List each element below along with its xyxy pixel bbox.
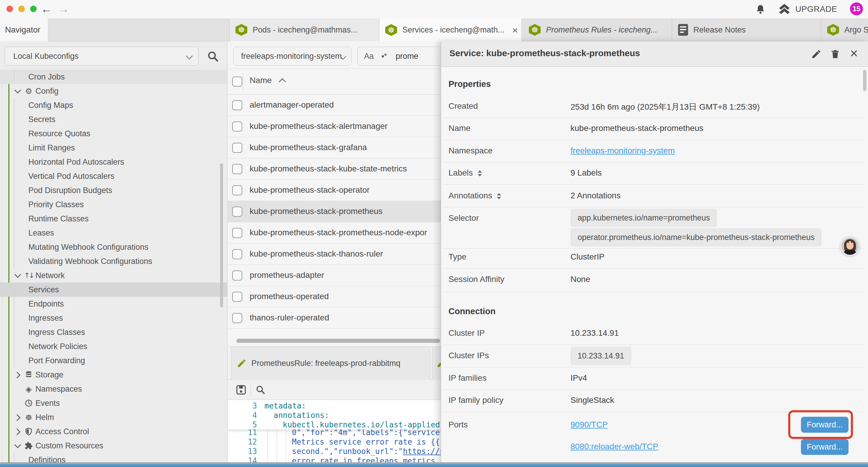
forward-button-8080[interactable]: Forward...: [801, 439, 848, 455]
kubeconfig-selector[interactable]: Local Kubeconfigs: [5, 47, 198, 66]
save-icon[interactable]: [236, 384, 247, 396]
row-checkbox[interactable]: [232, 292, 242, 302]
tab-release-notes[interactable]: Release Notes: [672, 18, 821, 41]
sidebar-item-vertical-pod-autoscalers[interactable]: Vertical Pod Autoscalers: [0, 169, 227, 183]
row-checkbox[interactable]: [232, 121, 242, 132]
row-checkbox[interactable]: [232, 228, 242, 238]
expander-icon[interactable]: [478, 170, 482, 176]
sidebar-item-ingress-classes[interactable]: Ingress Classes: [0, 325, 227, 339]
clock-icon: [24, 398, 34, 408]
sidebar-item-namespaces[interactable]: ◈Namespaces: [0, 382, 227, 396]
user-avatar[interactable]: [840, 237, 860, 256]
sidebar-item-resource-quotas[interactable]: Resource Quotas: [0, 126, 227, 141]
sidebar-item-port-forwarding[interactable]: Port Forwarding: [0, 353, 227, 368]
table-row-prometheus-operated[interactable]: prometheus-operated: [228, 286, 441, 308]
traffic-light-close[interactable]: [6, 6, 13, 12]
sidebar-item-priority-classes[interactable]: Priority Classes: [0, 198, 227, 212]
edit-pencil-icon[interactable]: [811, 49, 822, 59]
chevron-right-icon[interactable]: [14, 372, 21, 379]
editor-search-icon[interactable]: [255, 384, 266, 395]
chevron-right-icon[interactable]: [14, 429, 21, 435]
table-row-kube-prometheus-stack-kube-state-metrics[interactable]: kube-prometheus-stack-kube-state-metrics: [228, 158, 441, 180]
sidebar-item-leases[interactable]: Leases: [0, 226, 227, 240]
drawer-scrollbar[interactable]: [863, 70, 867, 91]
sidebar-item-endpoints[interactable]: Endpoints: [0, 297, 227, 311]
navigator-panel-tab[interactable]: Navigator: [0, 18, 48, 41]
tab-pods[interactable]: ☸ Pods - icecheng@mathmas...: [229, 18, 379, 41]
sidebar-item-custom-resources[interactable]: Custom Resources: [0, 439, 227, 453]
table-row-kube-prometheus-stack-prometheus[interactable]: kube-prometheus-stack-prometheus: [228, 201, 441, 222]
match-case-toggle[interactable]: Aa: [364, 52, 374, 61]
tab-prometheus-rules[interactable]: ☸ Prometheus Rules - icecheng...: [523, 18, 672, 41]
notifications-bell-icon[interactable]: [755, 4, 766, 15]
table-row-kube-prometheus-stack-prometheus-node-expor[interactable]: kube-prometheus-stack-prometheus-node-ex…: [228, 222, 441, 243]
annotations-label: Annotations: [448, 191, 501, 200]
row-checkbox[interactable]: [232, 313, 242, 323]
sidebar-item-runtime-classes[interactable]: Runtime Classes: [0, 212, 227, 226]
table-horizontal-scrollbar[interactable]: [236, 339, 440, 343]
table-row-thanos-ruler-operated[interactable]: thanos-ruler-operated: [228, 308, 441, 329]
row-checkbox[interactable]: [232, 164, 242, 174]
row-checkbox[interactable]: [232, 185, 242, 195]
sidebar-item-network-policies[interactable]: Network Policies: [0, 339, 227, 353]
sidebar-item-network[interactable]: ↑↓Network: [0, 268, 227, 283]
row-checkbox[interactable]: [232, 207, 242, 217]
sidebar-item-ingresses[interactable]: Ingresses: [0, 311, 227, 325]
expander-icon[interactable]: [497, 193, 501, 199]
row-checkbox[interactable]: [232, 143, 242, 153]
sidebar-search-icon[interactable]: [207, 50, 219, 63]
row-checkbox[interactable]: [232, 249, 242, 259]
tab-argo[interactable]: ☸ Argo Se: [821, 18, 868, 41]
close-icon[interactable]: ×: [850, 45, 858, 61]
namespace-link[interactable]: freeleaps-monitoring-system: [570, 146, 675, 155]
row-checkbox[interactable]: [232, 100, 242, 110]
sidebar-item-limit-ranges[interactable]: Limit Ranges: [0, 141, 227, 155]
table-row-prometheus-adapter[interactable]: prometheus-adapter: [228, 265, 441, 286]
sidebar-item-access-control[interactable]: Access Control: [0, 425, 227, 439]
upgrade-button[interactable]: UPGRADE: [778, 0, 837, 18]
sidebar-item-storage[interactable]: Storage: [0, 368, 227, 382]
table-row-kube-prometheus-stack-alertmanager[interactable]: kube-prometheus-stack-alertmanager: [228, 116, 441, 137]
sidebar-item-validating-webhook-configurations[interactable]: Validating Webhook Configurations: [0, 254, 227, 268]
editor-tab-next[interactable]: [432, 347, 441, 380]
sort-ascending-icon[interactable]: [279, 78, 286, 85]
forward-button-9090[interactable]: Forward...: [801, 417, 848, 433]
table-row-alertmanager-operated[interactable]: alertmanager-operated: [228, 95, 441, 116]
regex-toggle[interactable]: ▪*: [381, 52, 387, 61]
row-checkbox[interactable]: [232, 270, 242, 281]
table-row-kube-prometheus-stack-thanos-ruler[interactable]: kube-prometheus-stack-thanos-ruler: [228, 243, 441, 265]
port-link-9090[interactable]: 9090/TCP: [570, 420, 608, 430]
sidebar-item-services[interactable]: Services: [0, 283, 227, 297]
select-all-checkbox[interactable]: [232, 77, 242, 87]
editor-tab-prometheusrule[interactable]: PrometheusRule: freeleaps-prod-rabbitmq: [231, 347, 430, 380]
delete-trash-icon[interactable]: [830, 49, 840, 59]
sidebar-item-events[interactable]: Events: [0, 396, 227, 410]
forward-arrow-icon[interactable]: →: [58, 2, 69, 16]
port-link-8080[interactable]: 8080:reloader-web/TCP: [570, 442, 658, 451]
sidebar-item-secrets[interactable]: Secrets: [0, 112, 227, 126]
tab-services[interactable]: ☸ Services - icecheng@math... ×: [379, 18, 521, 42]
notification-count-badge[interactable]: 15: [850, 2, 863, 16]
yaml-editor[interactable]: 110","for":"4m","labels":{"service":"12M…: [228, 400, 441, 467]
traffic-light-minimize[interactable]: [18, 6, 25, 12]
sidebar-scrollbar[interactable]: [220, 164, 223, 308]
sidebar-item-mutating-webhook-configurations[interactable]: Mutating Webhook Configurations: [0, 240, 227, 254]
table-row-kube-prometheus-stack-grafana[interactable]: kube-prometheus-stack-grafana: [228, 137, 441, 158]
traffic-light-zoom[interactable]: [30, 6, 37, 12]
table-row-kube-prometheus-stack-operator[interactable]: kube-prometheus-stack-operator: [228, 180, 441, 201]
sidebar-item-horizontal-pod-autoscalers[interactable]: Horizontal Pod Autoscalers: [0, 155, 227, 169]
resource-search-input[interactable]: Aa ▪* prome: [357, 47, 441, 66]
sidebar-item-helm[interactable]: ☸Helm: [0, 410, 227, 425]
chevron-down-icon[interactable]: [14, 271, 21, 278]
close-tab-icon[interactable]: ×: [512, 25, 518, 35]
sidebar-item-cron-jobs[interactable]: Cron Jobs: [0, 70, 227, 84]
chevron-right-icon[interactable]: [14, 414, 21, 421]
sidebar-item-config[interactable]: ⚙Config: [0, 84, 227, 98]
sidebar-item-pod-disruption-budgets[interactable]: Pod Disruption Budgets: [0, 183, 227, 198]
namespace-filter-dropdown[interactable]: freeleaps-monitoring-system: [233, 47, 351, 66]
back-arrow-icon[interactable]: ←: [41, 2, 52, 16]
name-column-header[interactable]: Name: [250, 76, 272, 85]
sidebar-item-config-maps[interactable]: Config Maps: [0, 98, 227, 112]
chevron-down-icon[interactable]: [14, 87, 21, 94]
chevron-down-icon[interactable]: [14, 442, 21, 448]
